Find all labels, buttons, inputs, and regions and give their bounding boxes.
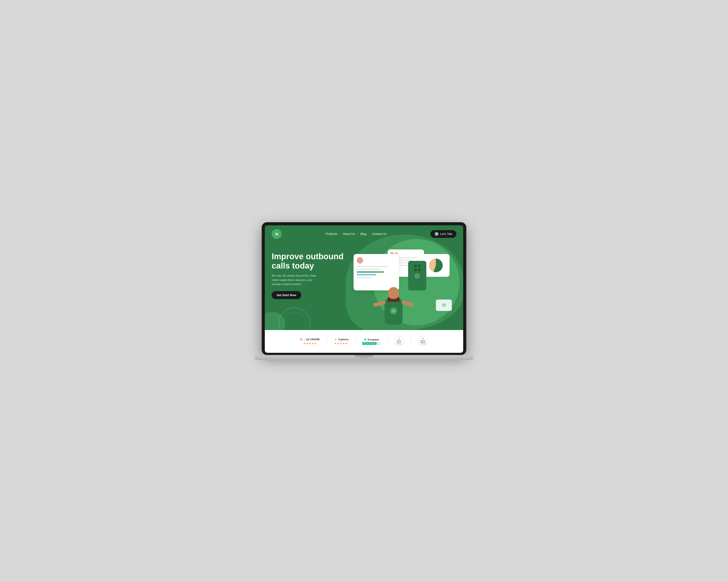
phone-dot-4 — [418, 268, 421, 271]
divider-2 — [355, 337, 356, 346]
card-pie-chart — [422, 254, 449, 277]
supreme-software-title: Supreme Software — [419, 340, 427, 343]
nav-link-about[interactable]: About Us — [343, 232, 355, 235]
nav-cta-button[interactable]: 💬 Let's Talk — [431, 230, 457, 238]
person-body: ta — [385, 297, 403, 325]
person-arm-right — [401, 300, 414, 307]
g2-stars: ★ ★ ★ ★ ★ — [303, 342, 316, 345]
card-avatar — [357, 257, 363, 263]
email-icon: ✉ — [442, 302, 446, 308]
supreme-software-star: ★ — [419, 337, 427, 340]
phone-dot-grid — [414, 264, 421, 271]
hero-cta-button[interactable]: Get Start Now — [271, 291, 301, 299]
card-line-2 — [357, 269, 380, 270]
trustpilot-stars: ★ ★ ★ ★ ★ — [362, 342, 380, 345]
hero-section: Improve outbound calls today We help cal… — [265, 243, 463, 325]
nav-cta-label: Let's Talk — [440, 232, 452, 235]
supreme-software-subtitle: 2020 Award — [419, 343, 427, 345]
experts-choice-subtitle: 2020 Award — [395, 343, 403, 345]
laptop-base: MacBook — [255, 355, 473, 360]
capterra-logo: ⚡ Capterra — [334, 338, 348, 341]
tp-star-3: ★ — [370, 342, 373, 345]
card-line-1 — [357, 266, 388, 267]
nav-link-blog[interactable]: Blog — [360, 232, 366, 235]
star-1: ★ — [303, 342, 306, 345]
laptop-wrapper: ta Products About Us Blog Contact Us 💬 L… — [262, 222, 466, 360]
cap-star-1: ★ — [334, 342, 337, 345]
nav-links: Products About Us Blog Contact Us — [326, 232, 387, 235]
trustpilot-icon: ★ — [364, 338, 366, 341]
nav-link-products[interactable]: Products — [326, 232, 337, 235]
screen-content: ta Products About Us Blog Contact Us 💬 L… — [265, 225, 463, 353]
tp-star-1: ★ — [362, 342, 366, 345]
card-line-3 — [357, 277, 372, 278]
star-5: ★ — [314, 342, 316, 345]
cap-star-5: ★ — [345, 342, 347, 345]
card-phone — [408, 261, 426, 290]
experts-choice-title: Expert's Choice — [395, 340, 403, 343]
tp-star-5: ★ — [377, 342, 380, 345]
g2-divider: | — [304, 338, 305, 341]
capterra-text: Capterra — [338, 338, 348, 341]
hero-description: We help call centers boost KPIs, make be… — [271, 274, 317, 286]
pie-chart — [429, 258, 443, 272]
badge-trustpilot: ★ Trustpilot ★ ★ ★ ★ ★ — [362, 338, 380, 345]
hero-left: Improve outbound calls today We help cal… — [271, 247, 344, 325]
person-logo-text: ta — [393, 310, 394, 312]
g2-logo: G | G2 CROWD — [300, 337, 320, 341]
phone-circle — [415, 273, 420, 279]
hero-illustration: ✉ ta — [349, 247, 457, 325]
star-2: ★ — [306, 342, 308, 345]
badges-section: G | G2 CROWD ★ ★ ★ ★ ★ — [265, 330, 463, 353]
logo-text: ta — [275, 232, 278, 236]
laptop-screen: ta Products About Us Blog Contact Us 💬 L… — [262, 222, 466, 355]
card-email: ✉ — [436, 300, 452, 311]
capterra-stars: ★ ★ ★ ★ ★ — [334, 342, 347, 345]
person-logo: ta — [390, 307, 397, 314]
nav-link-contact[interactable]: Contact Us — [372, 232, 386, 235]
navbar: ta Products About Us Blog Contact Us 💬 L… — [265, 225, 463, 243]
tp-star-2: ★ — [366, 342, 369, 345]
badge-experts-choice: ★ Expert's Choice 2020 Award — [394, 336, 404, 347]
tp-star-4: ★ — [373, 342, 376, 345]
chat-icon: 💬 — [435, 232, 439, 236]
supreme-software-badge: ★ Supreme Software 2020 Award — [418, 336, 428, 346]
phone-dot-3 — [414, 268, 417, 271]
logo[interactable]: ta — [271, 229, 282, 239]
card-line-green — [357, 271, 384, 273]
card-document-1 — [354, 254, 399, 290]
macbook-label: MacBook — [359, 357, 369, 359]
divider-3 — [387, 337, 387, 346]
cap-star-4: ★ — [343, 342, 345, 345]
cap-star-3: ★ — [340, 342, 342, 345]
capterra-icon: ⚡ — [334, 338, 337, 341]
hero-title: Improve outbound calls today — [271, 252, 344, 271]
badge-capterra: ⚡ Capterra ★ ★ ★ ★ ★ — [334, 338, 348, 345]
website: ta Products About Us Blog Contact Us 💬 L… — [265, 225, 463, 353]
trustpilot-text: Trustpilot — [367, 338, 379, 341]
badge-g2-crowd: G | G2 CROWD ★ ★ ★ ★ ★ — [300, 337, 320, 345]
person-illustration: ta — [385, 297, 403, 325]
badge-supreme-software: ★ Supreme Software 2020 Award — [418, 336, 428, 347]
person-arm-left — [373, 300, 386, 307]
cap-star-2: ★ — [337, 342, 339, 345]
trustpilot-logo: ★ Trustpilot — [364, 338, 379, 341]
card-line-blue — [357, 274, 376, 275]
star-4: ★ — [311, 342, 314, 345]
experts-choice-badge: ★ Expert's Choice 2020 Award — [394, 336, 404, 346]
phone-dot-2 — [418, 264, 421, 267]
g2-crowd-text: G2 CROWD — [306, 338, 320, 341]
star-3: ★ — [309, 342, 311, 345]
g2-icon: G — [300, 337, 303, 341]
phone-dot-1 — [414, 264, 417, 267]
experts-choice-star: ★ — [395, 337, 403, 340]
person-head — [388, 287, 399, 299]
